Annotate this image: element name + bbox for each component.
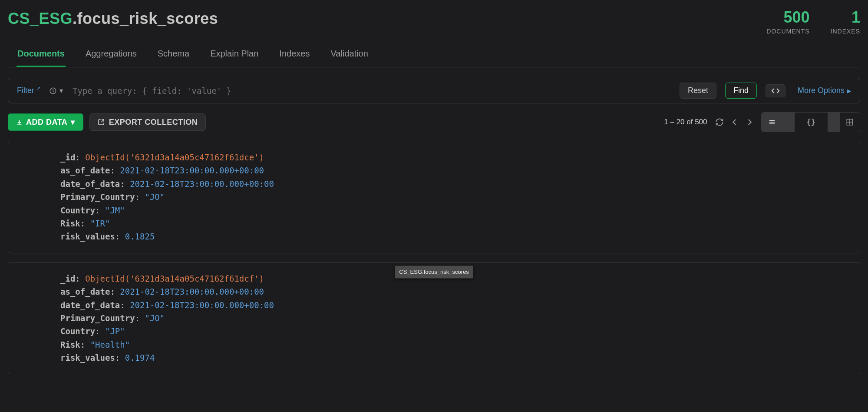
collection-header: CS_ESG.focus_risk_scores 500 DOCUMENTS 1… <box>8 4 860 38</box>
export-icon <box>98 119 105 126</box>
query-input[interactable] <box>72 86 671 96</box>
download-icon <box>16 119 23 126</box>
tab-aggregations[interactable]: Aggregations <box>85 42 138 67</box>
stat-indexes-value: 1 <box>831 10 860 25</box>
stat-indexes: 1 INDEXES <box>831 10 860 35</box>
actions-row: ADD DATA ▾ EXPORT COLLECTION 1 – 20 of 5… <box>8 112 860 132</box>
tab-schema[interactable]: Schema <box>157 42 190 67</box>
view-list-button[interactable] <box>762 113 782 132</box>
field-value: 2021-02-18T23:00:00.000+00:00 <box>120 287 264 296</box>
stat-documents-value: 500 <box>766 10 809 25</box>
field-value: "JM" <box>105 206 125 215</box>
chevron-right-icon: ▸ <box>847 86 851 96</box>
tab-documents[interactable]: Documents <box>17 42 66 67</box>
stat-documents-label: DOCUMENTS <box>766 28 809 35</box>
field-value: "JO" <box>145 192 165 202</box>
document-field: Primary_Country: "JO" <box>60 190 848 203</box>
field-value: ObjectId('6321d3a14a05c47162f61dcf') <box>85 274 264 283</box>
tab-validation[interactable]: Validation <box>330 42 369 67</box>
tab-indexes[interactable]: Indexes <box>278 42 310 67</box>
field-value: 2021-02-18T23:00:00.000+00:00 <box>120 166 264 175</box>
toggle-query-button[interactable] <box>766 84 785 97</box>
refresh-icon <box>715 118 724 126</box>
field-key: date_of_data <box>60 179 120 189</box>
document-field: Risk: "IR" <box>60 217 848 230</box>
document-field: Risk: "Health" <box>60 338 848 351</box>
history-dropdown[interactable]: ▾ <box>49 86 63 95</box>
more-options-link[interactable]: More Options ▸ <box>798 86 851 96</box>
export-label: EXPORT COLLECTION <box>109 118 198 127</box>
clock-icon <box>49 87 57 95</box>
chevron-left-icon <box>731 118 739 126</box>
filter-bar: Filter ↗ ▾ Reset Find More Options ▸ <box>8 78 860 103</box>
collection-title: CS_ESG.focus_risk_scores <box>8 10 218 28</box>
stat-documents: 500 DOCUMENTS <box>766 10 809 35</box>
field-key: Primary_Country <box>60 313 135 323</box>
view-toggle: {} <box>761 112 860 132</box>
field-key: as_of_date <box>60 166 110 175</box>
field-key: Country <box>60 326 95 336</box>
field-key: Primary_Country <box>60 192 135 202</box>
filter-label: Filter <box>17 86 34 95</box>
document-card[interactable]: _id: ObjectId('6321d3a14a05c47162f61dcf'… <box>8 262 860 375</box>
prev-page-button[interactable] <box>731 118 739 126</box>
field-value: 2021-02-18T23:00:00.000+00:00 <box>130 179 274 189</box>
collection-stats: 500 DOCUMENTS 1 INDEXES <box>766 10 860 35</box>
document-field: date_of_data: 2021-02-18T23:00:00.000+00… <box>60 177 848 190</box>
refresh-button[interactable] <box>715 118 724 126</box>
stat-indexes-label: INDEXES <box>831 28 860 35</box>
collection-name: .focus_risk_scores <box>73 10 218 27</box>
tab-explain-plan[interactable]: Explain Plan <box>209 42 259 67</box>
document-field: as_of_date: 2021-02-18T23:00:00.000+00:0… <box>60 164 848 177</box>
document-field: risk_values: 0.1825 <box>60 230 848 243</box>
external-link-icon: ↗ <box>36 85 40 91</box>
field-key: _id <box>60 153 75 162</box>
database-name: CS_ESG <box>8 10 73 27</box>
field-value: 0.1974 <box>125 353 155 362</box>
caret-down-icon: ▾ <box>71 117 75 127</box>
field-value: "IR" <box>90 219 110 228</box>
export-collection-button[interactable]: EXPORT COLLECTION <box>89 113 206 131</box>
more-options-label: More Options <box>798 86 845 95</box>
document-field: Country: "JM" <box>60 204 848 217</box>
document-field: _id: ObjectId('6321d3a14a05c47162f61dce'… <box>60 151 848 164</box>
table-icon <box>846 118 854 126</box>
document-field: date_of_data: 2021-02-18T23:00:00.000+00… <box>60 299 848 312</box>
document-field: _id: ObjectId('6321d3a14a05c47162f61dcf'… <box>60 272 848 285</box>
field-value: "JP" <box>105 326 125 336</box>
document-card[interactable]: _id: ObjectId('6321d3a14a05c47162f61dce'… <box>8 141 860 253</box>
view-table-button[interactable] <box>840 113 860 132</box>
field-key: date_of_data <box>60 300 120 310</box>
add-data-label: ADD DATA <box>26 118 67 127</box>
chevron-right-icon <box>746 118 753 126</box>
field-key: risk_values <box>60 353 115 362</box>
pagination-range: 1 – 20 of 500 <box>664 118 707 126</box>
next-page-button[interactable] <box>746 118 753 126</box>
tab-bar: Documents Aggregations Schema Explain Pl… <box>8 42 860 67</box>
field-key: Risk <box>60 340 80 349</box>
caret-down-icon: ▾ <box>59 86 63 95</box>
field-key: Country <box>60 206 95 215</box>
field-key: Risk <box>60 219 80 228</box>
filter-link[interactable]: Filter ↗ <box>17 86 40 95</box>
document-field: Country: "JP" <box>60 325 848 338</box>
document-list: _id: ObjectId('6321d3a14a05c47162f61dce'… <box>8 141 860 374</box>
field-value: 2021-02-18T23:00:00.000+00:00 <box>130 300 274 310</box>
field-value: 0.1825 <box>125 232 155 241</box>
braces-icon: {} <box>801 115 822 129</box>
document-field: risk_values: 0.1974 <box>60 351 848 364</box>
document-field: Primary_Country: "JO" <box>60 312 848 325</box>
field-key: as_of_date <box>60 287 110 296</box>
code-icon <box>771 88 780 94</box>
view-json-button[interactable]: {} <box>795 113 828 132</box>
field-value: "Health" <box>90 340 130 349</box>
field-key: _id <box>60 274 75 283</box>
add-data-button[interactable]: ADD DATA ▾ <box>8 113 83 131</box>
field-value: "JO" <box>145 313 165 323</box>
document-field: as_of_date: 2021-02-18T23:00:00.000+00:0… <box>60 285 848 298</box>
field-key: risk_values <box>60 232 115 241</box>
find-button[interactable]: Find <box>725 83 757 99</box>
field-value: ObjectId('6321d3a14a05c47162f61dce') <box>85 153 264 162</box>
list-icon <box>768 119 776 126</box>
reset-button[interactable]: Reset <box>680 83 716 99</box>
